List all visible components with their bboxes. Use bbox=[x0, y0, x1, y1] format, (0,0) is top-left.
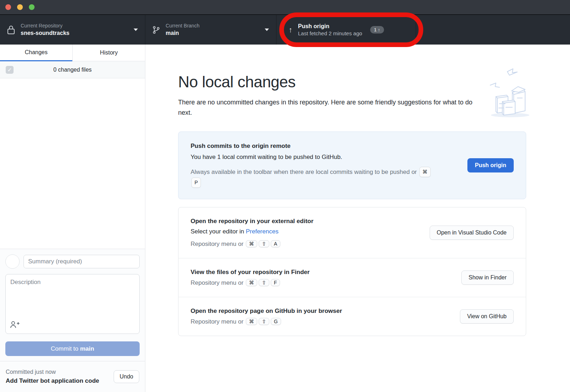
suggestion-shortcut-hint: Repository menu or ⌘⇧A bbox=[191, 240, 430, 248]
commit-to-main-button[interactable]: Commit to main bbox=[5, 341, 140, 356]
repository-name: snes-soundtracks bbox=[21, 29, 69, 37]
suggestion-shortcut-hint: Repository menu or ⌘⇧F bbox=[191, 279, 461, 287]
kbd-shift-key: ⇧ bbox=[259, 318, 269, 325]
chevron-down-icon bbox=[134, 29, 138, 31]
push-origin-toolbar-button[interactable]: ↑ Push origin Last fetched 2 minutes ago… bbox=[276, 15, 416, 45]
push-panel-title: Push commits to the origin remote bbox=[191, 143, 467, 150]
kbd-command-key: ⌘ bbox=[246, 318, 257, 325]
avatar bbox=[5, 254, 20, 269]
changed-files-list bbox=[0, 78, 145, 249]
commit-description-input[interactable] bbox=[5, 274, 140, 334]
kbd-command-key: ⌘ bbox=[419, 167, 431, 177]
ahead-commits-badge: 1 ↑ bbox=[370, 26, 384, 33]
suggestion-title: Open the repository in your external edi… bbox=[191, 218, 430, 225]
last-commit-banner: Committed just now Add Twitter bot appli… bbox=[0, 361, 145, 392]
select-all-checkbox[interactable]: ✓ bbox=[6, 66, 14, 74]
branch-name: main bbox=[166, 29, 200, 37]
suggestion-editor-line: Select your editor in Preferences bbox=[191, 228, 430, 235]
push-panel-line: You have 1 local commit waiting to be pu… bbox=[191, 154, 467, 161]
page-title: No local changes bbox=[178, 73, 526, 91]
changed-files-header: ✓ 0 changed files bbox=[0, 61, 145, 78]
app-toolbar: Current Repository snes-soundtracks Curr… bbox=[0, 15, 570, 45]
kbd-shift-key: ⇧ bbox=[259, 279, 269, 286]
open-in-editor-button[interactable]: Open in Visual Studio Code bbox=[430, 226, 514, 240]
tab-history[interactable]: History bbox=[72, 45, 145, 61]
commit-form: Commit to main bbox=[0, 249, 145, 361]
commit-message-text: Add Twitter bot application code bbox=[6, 377, 99, 385]
last-fetched-text: Last fetched 2 minutes ago bbox=[298, 30, 362, 37]
tab-changes[interactable]: Changes bbox=[0, 45, 72, 61]
push-suggestion-panel: Push commits to the origin remote You ha… bbox=[178, 131, 526, 199]
current-repository-dropdown[interactable]: Current Repository snes-soundtracks bbox=[0, 15, 145, 45]
suggestion-title: Open the repository page on GitHub in yo… bbox=[191, 308, 460, 315]
changes-sidebar: Changes History ✓ 0 changed files Commit… bbox=[0, 45, 145, 392]
close-window-button[interactable] bbox=[5, 4, 11, 10]
main-content: No local changes There are no uncommitte… bbox=[145, 45, 570, 392]
sidebar-tabs: Changes History bbox=[0, 45, 145, 61]
push-origin-title: Push origin bbox=[298, 22, 362, 30]
kbd-a-key: A bbox=[271, 240, 280, 247]
suggestion-title: View the files of your repository in Fin… bbox=[191, 269, 461, 276]
chevron-down-icon bbox=[265, 29, 269, 31]
branch-label: Current Branch bbox=[166, 22, 200, 29]
kbd-shift-key: ⇧ bbox=[259, 240, 269, 247]
kbd-command-key: ⌘ bbox=[246, 240, 257, 247]
suggestion-open-editor: Open the repository in your external edi… bbox=[178, 207, 526, 258]
add-coauthor-icon[interactable] bbox=[10, 320, 20, 330]
suggestions-panel: Open the repository in your external edi… bbox=[178, 207, 526, 336]
push-panel-hint: Always available in the toolbar when the… bbox=[191, 167, 437, 188]
minimize-window-button[interactable] bbox=[17, 4, 23, 10]
lock-icon bbox=[7, 25, 15, 35]
preferences-link[interactable]: Preferences bbox=[246, 228, 279, 235]
suggestion-view-on-github: Open the repository page on GitHub in yo… bbox=[178, 297, 526, 336]
current-branch-dropdown[interactable]: Current Branch main bbox=[145, 15, 276, 45]
show-in-finder-button[interactable]: Show in Finder bbox=[461, 270, 514, 285]
zoom-window-button[interactable] bbox=[29, 4, 35, 10]
view-on-github-button[interactable]: View on GitHub bbox=[460, 309, 514, 324]
repository-label: Current Repository bbox=[21, 22, 69, 29]
paper-stack-illustration bbox=[487, 68, 532, 122]
commit-status-text: Committed just now bbox=[6, 369, 99, 375]
kbd-f-key: F bbox=[271, 279, 280, 286]
suggestion-shortcut-hint: Repository menu or ⌘⇧G bbox=[191, 318, 460, 325]
push-origin-button[interactable]: Push origin bbox=[467, 158, 514, 172]
changed-files-count: 0 changed files bbox=[53, 67, 92, 73]
git-branch-icon bbox=[152, 25, 160, 35]
macos-titlebar bbox=[0, 0, 570, 15]
arrow-up-icon: ↑ bbox=[289, 26, 292, 34]
kbd-p-key: P bbox=[191, 177, 201, 188]
intro-text: There are no uncommitted changes in this… bbox=[178, 97, 474, 118]
kbd-g-key: G bbox=[271, 318, 281, 325]
suggestion-show-in-finder: View the files of your repository in Fin… bbox=[178, 258, 526, 297]
undo-commit-button[interactable]: Undo bbox=[114, 370, 139, 383]
kbd-command-key: ⌘ bbox=[246, 279, 257, 286]
commit-summary-input[interactable] bbox=[24, 255, 140, 268]
